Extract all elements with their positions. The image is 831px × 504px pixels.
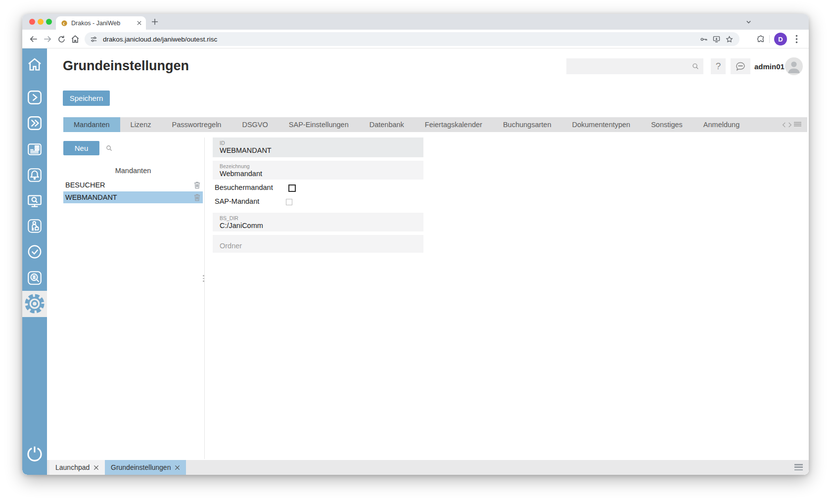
password-key-icon[interactable] bbox=[699, 35, 708, 44]
mac-zoom-button[interactable] bbox=[46, 19, 52, 25]
new-button[interactable]: Neu bbox=[63, 141, 99, 155]
sidebar-worker-icon[interactable] bbox=[26, 218, 43, 234]
sidebar-start-icon[interactable] bbox=[26, 89, 43, 106]
sap-mandant-checkbox[interactable] bbox=[286, 199, 292, 205]
mac-close-button[interactable] bbox=[29, 19, 35, 25]
favicon-dragon-icon bbox=[61, 20, 68, 27]
bs-dir-field[interactable]: BS_DIR C:/JaniComm bbox=[213, 213, 423, 231]
page-title: Grundeinstellungen bbox=[63, 58, 189, 74]
tab-dsgvo[interactable]: DSGVO bbox=[231, 117, 278, 132]
field-value: WEBMANDANT bbox=[220, 146, 423, 154]
besuchermandant-label: Besuchermandant bbox=[215, 183, 273, 191]
tab-dokumententypen[interactable]: Dokumententypen bbox=[561, 117, 641, 132]
tab-scroll-right-icon[interactable] bbox=[788, 122, 792, 128]
sidebar-notifications-bell-icon[interactable] bbox=[26, 167, 43, 183]
field-label: ID bbox=[220, 140, 423, 146]
browser-tab[interactable]: Drakos - JaniWeb bbox=[56, 16, 146, 30]
tab-datenbank[interactable]: Datenbank bbox=[359, 117, 415, 132]
sidebar-home-icon[interactable] bbox=[26, 56, 43, 73]
delete-trash-icon[interactable] bbox=[193, 181, 201, 189]
save-button[interactable]: Speichern bbox=[63, 91, 110, 106]
global-search-input[interactable] bbox=[566, 58, 703, 74]
tab-anmeldung[interactable]: Anmeldung bbox=[693, 117, 750, 132]
mac-minimize-button[interactable] bbox=[38, 19, 44, 25]
sidebar-fast-forward-icon[interactable] bbox=[26, 115, 43, 132]
chat-bubble-icon bbox=[735, 60, 746, 72]
close-icon[interactable] bbox=[175, 465, 180, 470]
sidebar-settings-gear-icon[interactable] bbox=[24, 293, 46, 315]
sidebar-time-clock-icon[interactable] bbox=[26, 243, 43, 260]
field-value: Webmandant bbox=[220, 170, 423, 178]
page-tab-label: Launchpad bbox=[55, 463, 90, 471]
app-main: Grundeinstellungen ? admin01 Speichern M… bbox=[47, 48, 809, 475]
field-label: Bezeichnung bbox=[220, 163, 423, 169]
browser-menu-icon[interactable] bbox=[792, 34, 801, 44]
extensions-puzzle-icon[interactable] bbox=[756, 35, 765, 44]
reload-icon[interactable] bbox=[56, 34, 67, 45]
ordner-field[interactable]: Ordner bbox=[213, 235, 423, 253]
page-tab-launchpad[interactable]: Launchpad bbox=[49, 460, 105, 475]
install-app-icon[interactable] bbox=[712, 35, 721, 44]
field-value: C:/JaniComm bbox=[220, 222, 423, 229]
toolbar-separator bbox=[769, 35, 770, 43]
user-avatar[interactable] bbox=[785, 57, 803, 75]
username-label: admin01 bbox=[754, 62, 785, 71]
back-icon[interactable] bbox=[28, 34, 39, 45]
sap-mandant-label: SAP-Mandant bbox=[215, 197, 259, 205]
open-pages-bar: Launchpad Grundeinstellungen bbox=[47, 460, 809, 475]
browser-tabstrip: Drakos - JaniWeb bbox=[22, 14, 809, 30]
field-label: Ordner bbox=[220, 242, 242, 250]
tab-overflow-list-icon[interactable] bbox=[794, 122, 801, 128]
id-field[interactable]: ID WEBMANDANT bbox=[213, 137, 423, 157]
browser-profile-avatar[interactable]: D bbox=[774, 33, 787, 46]
list-search-field[interactable] bbox=[99, 141, 203, 155]
tab-sap-einstellungen[interactable]: SAP-Einstellungen bbox=[278, 117, 359, 132]
browser-tab-title: Drakos - JaniWeb bbox=[71, 20, 137, 27]
browser-toolbar: drakos.janicloud.de/janiweb/outest.risc … bbox=[22, 30, 809, 48]
address-bar[interactable]: drakos.janicloud.de/janiweb/outest.risc bbox=[85, 32, 739, 46]
list-item-webmandant[interactable]: WEBMANDANT bbox=[63, 191, 203, 203]
page-tab-grundeinstellungen[interactable]: Grundeinstellungen bbox=[105, 460, 186, 475]
besuchermandant-checkbox[interactable] bbox=[288, 184, 296, 192]
tab-feiertagskalender[interactable]: Feiertagskalender bbox=[415, 117, 493, 132]
list-item-besucher[interactable]: BESUCHER bbox=[63, 179, 203, 191]
list-item-label: BESUCHER bbox=[65, 181, 105, 189]
browser-window: Drakos - JaniWeb drakos.ja bbox=[22, 14, 809, 475]
bezeichnung-field[interactable]: Bezeichnung Webmandant bbox=[213, 161, 423, 180]
field-label: BS_DIR bbox=[220, 215, 423, 221]
forward-icon[interactable] bbox=[42, 34, 53, 45]
tab-passwortregeln[interactable]: Passwortregeln bbox=[161, 117, 231, 132]
chat-button[interactable] bbox=[731, 58, 750, 74]
tab-search-chevron-icon[interactable] bbox=[745, 19, 752, 25]
search-icon bbox=[692, 62, 699, 70]
app-content: Grundeinstellungen ? admin01 Speichern M… bbox=[22, 48, 809, 475]
tab-lizenz[interactable]: Lizenz bbox=[120, 117, 162, 132]
pages-menu-icon[interactable] bbox=[794, 464, 803, 470]
global-search-field[interactable] bbox=[566, 58, 703, 74]
list-search-input[interactable] bbox=[99, 141, 203, 155]
tab-scroll-left-icon[interactable] bbox=[782, 122, 786, 128]
sidebar-contact-card-icon[interactable] bbox=[26, 141, 43, 158]
page-tab-label: Grundeinstellungen bbox=[111, 463, 171, 471]
app-sidebar bbox=[22, 48, 47, 475]
panel-splitter[interactable] bbox=[204, 137, 205, 459]
url-text[interactable]: drakos.janicloud.de/janiweb/outest.risc bbox=[103, 36, 217, 43]
sidebar-document-search-icon[interactable] bbox=[26, 270, 43, 286]
close-icon[interactable] bbox=[93, 465, 99, 470]
tab-sonstiges[interactable]: Sonstiges bbox=[641, 117, 693, 132]
new-tab-button[interactable] bbox=[151, 18, 159, 26]
list-column-header: Mandanten bbox=[63, 167, 203, 175]
settings-tabbar: Mandanten Lizenz Passwortregeln DSGVO SA… bbox=[63, 117, 807, 132]
tab-buchungsarten[interactable]: Buchungsarten bbox=[493, 117, 562, 132]
help-button[interactable]: ? bbox=[711, 58, 726, 74]
sidebar-screen-search-icon[interactable] bbox=[26, 193, 43, 210]
tab-close-icon[interactable] bbox=[137, 20, 142, 26]
list-item-label: WEBMANDANT bbox=[65, 193, 117, 201]
tab-mandanten[interactable]: Mandanten bbox=[63, 117, 120, 132]
bookmark-star-icon[interactable] bbox=[725, 35, 734, 44]
delete-trash-icon[interactable] bbox=[193, 193, 201, 201]
home-icon[interactable] bbox=[70, 34, 81, 45]
sidebar-logout-power-icon[interactable] bbox=[25, 444, 44, 463]
site-settings-icon[interactable] bbox=[90, 35, 98, 44]
splitter-handle[interactable] bbox=[203, 275, 204, 283]
